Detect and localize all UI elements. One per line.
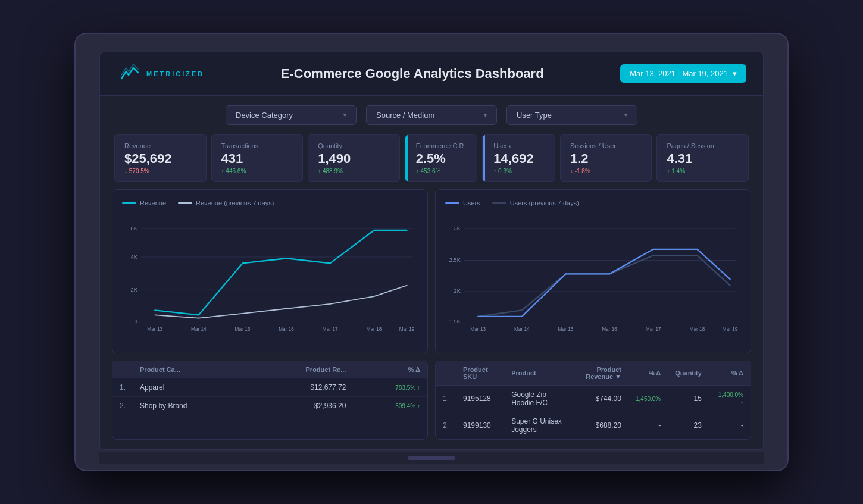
date-picker[interactable]: Mar 13, 2021 - Mar 19, 2021 ▾ — [620, 64, 746, 83]
col-sku[interactable]: Product SKU — [456, 361, 504, 386]
revenue-legend-label-current: Revenue — [140, 199, 166, 206]
users-legend-line-current — [445, 202, 459, 204]
metric-quantity-value: 1,490 — [318, 152, 390, 166]
metric-pages-change: ↑ 1.4% — [667, 168, 739, 174]
metric-transactions-change: ↑ 445.6% — [221, 168, 293, 174]
svg-text:4K: 4K — [131, 254, 138, 260]
metric-ecommerce-cr: Ecommerce C.R. 2.5% ↑ 453.6% — [405, 134, 478, 182]
metric-users-label: Users — [493, 142, 533, 149]
product-qty-1: 15 — [668, 386, 709, 412]
users-legend-current: Users — [445, 199, 480, 206]
product-category-table: Product Ca... Product Re... % Δ 1. Appar… — [112, 361, 428, 440]
product-name-2: Super G Unisex Joggers — [504, 412, 570, 439]
revenue-chart-panel: Revenue Revenue (previous 7 days) 6K 4K … — [112, 189, 428, 353]
col-num-2 — [436, 361, 456, 386]
laptop-bottom — [99, 452, 764, 464]
svg-text:Mar 18: Mar 18 — [367, 327, 382, 332]
table-row: 1. 9195128 Google Zip Hoodie F/C $744.00… — [436, 386, 751, 412]
metric-users-value: 14,692 — [493, 152, 533, 166]
metric-revenue: Revenue $25,692 ↓ 570.5% — [114, 134, 207, 182]
svg-text:3K: 3K — [454, 226, 461, 231]
filter-user-type[interactable]: User Type ▾ — [506, 105, 637, 125]
col-quantity[interactable]: Quantity — [668, 361, 709, 386]
svg-text:Mar 16: Mar 16 — [602, 327, 617, 332]
revenue-legend-previous: Revenue (previous 7 days) — [178, 199, 274, 206]
sku-row-num-1: 1. — [436, 386, 456, 412]
product-pct-2: - — [629, 412, 668, 439]
users-accent-bar — [483, 135, 485, 181]
filter-user-arrow: ▾ — [624, 112, 627, 118]
metric-quantity: Quantity 1,490 ↑ 488.9% — [308, 134, 400, 182]
logo-area: METRICIZED — [117, 62, 204, 86]
svg-text:Mar 19: Mar 19 — [723, 327, 738, 332]
table-row: 1. Apparel $12,677.72 783.5% ↑ — [112, 378, 427, 397]
date-range-label: Mar 13, 2021 - Mar 19, 2021 — [630, 69, 728, 78]
sku-row-num-2: 2. — [436, 412, 456, 439]
svg-text:Mar 13: Mar 13 — [470, 327, 486, 332]
users-legend-previous: Users (previous 7 days) — [492, 199, 579, 206]
charts-row: Revenue Revenue (previous 7 days) 6K 4K … — [100, 189, 763, 361]
metric-revenue-label: Revenue — [124, 142, 196, 149]
svg-text:Mar 17: Mar 17 — [323, 327, 338, 332]
table-row: 2. Shop by Brand $2,936.20 509.4% ↑ — [112, 397, 427, 415]
svg-text:2K: 2K — [131, 287, 138, 293]
logo-text: METRICIZED — [146, 70, 204, 77]
metric-pages-session: Pages / Session 4.31 ↑ 1.4% — [656, 134, 749, 182]
svg-text:Mar 14: Mar 14 — [514, 327, 530, 332]
filter-device-label: Device Category — [236, 111, 293, 120]
svg-text:Mar 18: Mar 18 — [690, 327, 705, 332]
svg-text:6K: 6K — [131, 226, 138, 231]
filter-source-label: Source / Medium — [376, 111, 434, 120]
svg-text:Mar 13: Mar 13 — [147, 327, 162, 332]
svg-text:Mar 19: Mar 19 — [399, 327, 415, 332]
col-product-revenue-1[interactable]: Product Re... — [249, 361, 353, 378]
revenue-chart-svg: 6K 4K 2K 0 Mar 13 Mar 14 Mar 15 Mar 16 — [122, 212, 418, 343]
row-num-2: 2. — [112, 397, 133, 415]
sku-1: 9195128 — [456, 386, 504, 412]
product-qty-pct-1: 1,400.0% ↑ — [709, 386, 751, 412]
revenue-chart-legend: Revenue Revenue (previous 7 days) — [122, 199, 418, 206]
revenue-legend-label-previous: Revenue (previous 7 days) — [196, 199, 274, 206]
filter-device-arrow: ▾ — [343, 112, 346, 118]
svg-text:Mar 14: Mar 14 — [191, 327, 207, 332]
svg-text:Mar 17: Mar 17 — [646, 327, 661, 332]
metrics-row: Revenue $25,692 ↓ 570.5% Transactions 43… — [100, 134, 763, 189]
svg-text:Mar 15: Mar 15 — [558, 327, 574, 332]
logo-icon — [117, 62, 140, 86]
metric-revenue-value: $25,692 — [124, 152, 196, 166]
filter-source-medium[interactable]: Source / Medium ▾ — [366, 105, 497, 125]
filter-user-label: User Type — [517, 111, 552, 120]
col-pct-delta-1[interactable]: % Δ — [353, 361, 427, 378]
filter-device-category[interactable]: Device Category ▾ — [226, 105, 357, 125]
col-product-revenue-2[interactable]: Product Revenue ▼ — [570, 361, 629, 386]
metric-pages-label: Pages / Session — [667, 142, 739, 149]
metric-cr-change: ↑ 453.6% — [416, 168, 466, 174]
screen: METRICIZED E-Commerce Google Analytics D… — [99, 52, 764, 450]
revenue-legend-line-previous — [178, 202, 192, 204]
metric-sessions-label: Sessions / User — [570, 142, 642, 149]
metric-transactions-label: Transactions — [221, 142, 293, 149]
users-chart-svg-wrap: 3K 2.5K 2K 1.5K Mar 13 Mar 14 Mar 15 M — [445, 212, 741, 343]
laptop-notch — [408, 456, 455, 460]
product-pct-1: 1,450.0% — [629, 386, 668, 412]
metric-users: Users 14,692 ↑ 0.3% — [482, 134, 555, 182]
users-chart-svg: 3K 2.5K 2K 1.5K Mar 13 Mar 14 Mar 15 M — [445, 212, 741, 343]
col-pct-delta-2[interactable]: % Δ — [629, 361, 668, 386]
product-qty-pct-2: - — [709, 412, 751, 439]
metric-revenue-change: ↓ 570.5% — [124, 168, 196, 174]
users-legend-label-current: Users — [463, 199, 480, 206]
product-revenue-1: $744.00 — [570, 386, 629, 412]
col-product-category[interactable]: Product Ca... — [133, 361, 249, 378]
table-row: 2. 9199130 Super G Unisex Joggers $688.2… — [436, 412, 751, 439]
users-legend-line-previous — [492, 202, 506, 204]
svg-text:0: 0 — [135, 318, 137, 324]
row-num-1: 1. — [112, 378, 133, 397]
svg-text:1.5K: 1.5K — [449, 318, 461, 324]
svg-text:Mar 16: Mar 16 — [279, 327, 294, 332]
col-num-1 — [112, 361, 133, 378]
row-pct-1: 783.5% ↑ — [353, 378, 427, 397]
col-qty-pct[interactable]: % Δ — [709, 361, 751, 386]
row-revenue-1: $12,677.72 — [249, 378, 353, 397]
metric-sessions-value: 1.2 — [570, 152, 642, 166]
col-product-name[interactable]: Product — [504, 361, 570, 386]
